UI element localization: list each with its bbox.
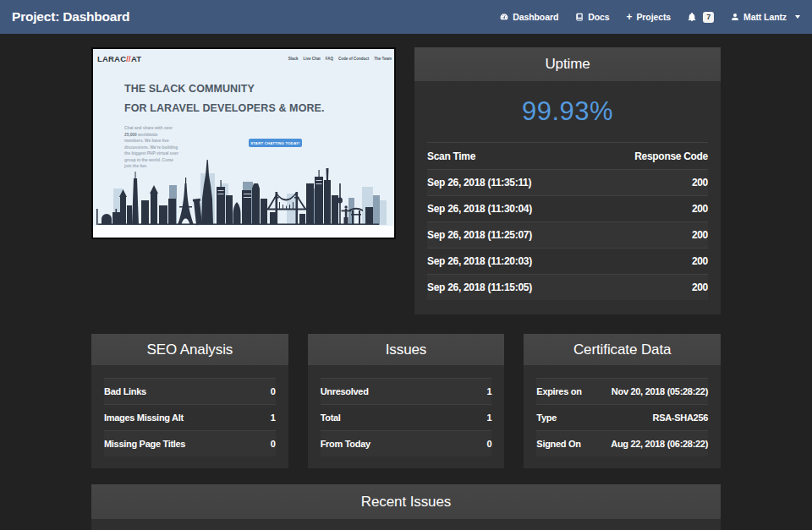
cell: Sep 26, 2018 (11:20:03) <box>427 255 532 267</box>
cell: 1 <box>487 386 492 396</box>
seo-row: Bad Links0 <box>104 378 276 404</box>
uptime-panel: Uptime 99.93% Scan TimeResponse CodeSep … <box>414 47 721 314</box>
cell: From Today <box>321 439 370 449</box>
seo-row: Images Missing Alt1 <box>104 404 276 430</box>
user-icon <box>731 13 739 21</box>
cell: 0 <box>271 439 276 449</box>
seo-analysis-panel: SEO Analysis Bad Links0Images Missing Al… <box>91 334 288 468</box>
nav-item-docs[interactable]: Docs <box>575 12 609 22</box>
cell: 0 <box>271 386 276 396</box>
cell: Nov 20, 2018 (05:28:22) <box>612 386 708 396</box>
bell-icon <box>688 13 696 21</box>
cell: 200 <box>692 229 708 241</box>
cell: Sep 26, 2018 (11:30:04) <box>427 203 532 215</box>
preview-footer-strip <box>93 226 394 238</box>
cell: Aug 22, 2018 (06:28:22) <box>611 439 708 449</box>
uptime-scan-row: Sep 26, 2018 (11:20:03)200 <box>427 248 708 274</box>
certificate-row: TypeRSA-SHA256 <box>536 404 708 430</box>
issues-title: Issues <box>308 334 505 365</box>
page-title: Project: Dashboard <box>12 9 129 25</box>
cell: Unresolved <box>321 386 369 396</box>
uptime-title: Uptime <box>414 47 721 81</box>
nav-item-dashboard[interactable]: Dashboard <box>500 12 558 22</box>
plus-icon: + <box>627 13 633 22</box>
cell: Missing Page Titles <box>104 439 185 449</box>
column-header: Scan Time <box>427 150 475 162</box>
preview-cta-button: START CHATTING TODAY! <box>249 139 302 147</box>
main-content: LARAC//AT SlackLive ChatFAQCode of Condu… <box>91 34 721 530</box>
preview-heading: THE SLACK COMMUNITY FOR LARAVEL DEVELOPE… <box>124 79 325 118</box>
column-header: Response Code <box>634 150 708 162</box>
uptime-scan-row: Sep 26, 2018 (11:25:07)200 <box>427 221 708 248</box>
cell: Images Missing Alt <box>104 413 184 423</box>
seo-analysis-title: SEO Analysis <box>91 334 288 365</box>
cell: Type <box>536 413 557 423</box>
preview-nav-item: The Team <box>374 57 392 61</box>
seo-row: Missing Page Titles0 <box>104 430 276 456</box>
uptime-scan-row: Sep 26, 2018 (11:35:11)200 <box>427 169 708 195</box>
certificate-table: Expires onNov 20, 2018 (05:28:22)TypeRSA… <box>536 378 708 456</box>
nav-item-label: Dashboard <box>513 12 558 22</box>
preview-nav-item: Slack <box>288 57 299 61</box>
cell: 0 <box>487 439 492 449</box>
cell: Sep 26, 2018 (11:35:11) <box>427 177 531 189</box>
cell: 1 <box>271 413 276 423</box>
cell: 1 <box>487 413 492 423</box>
certificate-row: Expires onNov 20, 2018 (05:28:22) <box>536 378 708 404</box>
uptime-scan-row-header: Scan TimeResponse Code <box>427 142 708 169</box>
issues-row: From Today0 <box>321 430 492 456</box>
recent-issues-title: Recent Issues <box>91 484 721 519</box>
certificate-row: Signed OnAug 22, 2018 (06:28:22) <box>536 430 708 456</box>
cell: RSA-SHA256 <box>653 413 708 423</box>
cell: Sep 26, 2018 (11:25:07) <box>427 229 532 241</box>
larachat-logo: LARAC//AT <box>97 54 141 63</box>
recent-issues-panel: Recent Issues <box>91 484 721 530</box>
certificate-panel: Certificate Data Expires onNov 20, 2018 … <box>524 334 721 468</box>
nav-item-label: Docs <box>588 12 609 22</box>
navbar-menu: Dashboard Docs + Projects 7 Matt Lantz <box>483 12 800 23</box>
cell: 200 <box>692 255 708 267</box>
uptime-percentage: 99.93% <box>427 81 708 142</box>
cell: Total <box>321 413 341 423</box>
navbar: Project: Dashboard Dashboard Docs + Proj… <box>0 0 812 34</box>
cell: 200 <box>692 177 708 189</box>
notification-badge: 7 <box>703 12 714 23</box>
user-menu[interactable]: Matt Lantz <box>731 12 800 22</box>
nav-item-projects[interactable]: + Projects <box>627 12 672 22</box>
site-preview-image: LARAC//AT SlackLive ChatFAQCode of Condu… <box>91 47 396 239</box>
user-name: Matt Lantz <box>743 12 787 22</box>
preview-nav-item: Live Chat <box>304 57 321 61</box>
uptime-scan-row: Sep 26, 2018 (11:15:05)200 <box>427 274 708 300</box>
preview-nav-item: FAQ <box>326 57 333 61</box>
book-icon <box>575 13 584 21</box>
cell: Expires on <box>536 386 581 396</box>
caret-down-icon <box>795 15 800 19</box>
cell: Bad Links <box>104 386 146 396</box>
issues-row: Unresolved1 <box>321 378 492 404</box>
issues-row: Total1 <box>321 404 492 430</box>
notifications-button[interactable]: 7 <box>688 12 714 23</box>
issues-table: Unresolved1Total1From Today0 <box>321 378 492 456</box>
issues-panel: Issues Unresolved1Total1From Today0 <box>308 334 505 468</box>
cell: 200 <box>692 281 708 293</box>
recent-issues-body <box>91 519 721 530</box>
tachometer-icon <box>500 13 508 21</box>
nav-item-label: Projects <box>636 12 671 22</box>
preview-nav-item: Code of Conduct <box>338 57 369 61</box>
uptime-table: Scan TimeResponse CodeSep 26, 2018 (11:3… <box>427 142 708 300</box>
skyline-illustration <box>93 158 394 226</box>
cell: Sep 26, 2018 (11:15:05) <box>427 281 532 293</box>
seo-table: Bad Links0Images Missing Alt1Missing Pag… <box>104 378 276 456</box>
uptime-scan-row: Sep 26, 2018 (11:30:04)200 <box>427 195 708 221</box>
cell: 200 <box>692 203 708 215</box>
certificate-title: Certificate Data <box>524 334 721 365</box>
preview-nav: SlackLive ChatFAQCode of ConductThe Team <box>288 57 392 61</box>
cell: Signed On <box>536 439 580 449</box>
